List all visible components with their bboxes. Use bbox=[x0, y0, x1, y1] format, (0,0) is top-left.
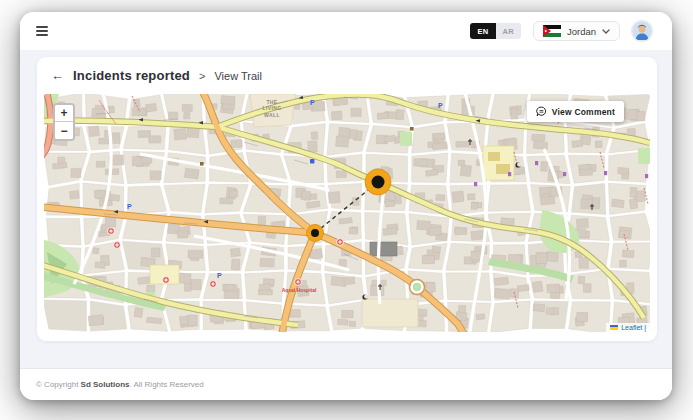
map[interactable]: PPPPP + − View Comment THE LIVI bbox=[44, 94, 650, 332]
page-header: ← Incidents reported > View Trail bbox=[37, 57, 657, 94]
top-bar: EN AR Jordan bbox=[20, 12, 672, 50]
avatar-image bbox=[632, 21, 652, 41]
back-button[interactable]: ← bbox=[51, 69, 64, 82]
page-title: Incidents reported bbox=[73, 68, 190, 83]
copyright-text: © Copyright Sd Solutions. All Rights Res… bbox=[36, 380, 204, 389]
shop-icon bbox=[604, 171, 607, 175]
footer: © Copyright Sd Solutions. All Rights Res… bbox=[20, 368, 672, 400]
historic-icon bbox=[410, 127, 414, 131]
view-comment-button[interactable]: View Comment bbox=[527, 101, 624, 122]
incidents-card: ← Incidents reported > View Trail bbox=[37, 57, 657, 341]
lang-en-button[interactable]: EN bbox=[470, 23, 495, 39]
shop-icon bbox=[535, 161, 538, 165]
hospital-icon bbox=[210, 281, 217, 288]
brand-name: Sd Solutions bbox=[81, 380, 130, 389]
parking-icon: P bbox=[127, 203, 132, 210]
lang-ar-button[interactable]: AR bbox=[496, 23, 521, 39]
shop-icon bbox=[563, 172, 566, 176]
menu-icon[interactable] bbox=[36, 24, 50, 38]
country-label: Jordan bbox=[567, 26, 596, 37]
map-zoom-control: + − bbox=[53, 103, 75, 141]
zoom-in-button[interactable]: + bbox=[55, 105, 73, 122]
shop-icon bbox=[508, 172, 511, 176]
hospital-icon bbox=[295, 279, 302, 286]
language-toggle: EN AR bbox=[470, 23, 520, 39]
hospital-icon bbox=[108, 228, 115, 235]
transit-icon bbox=[310, 159, 314, 163]
shop-icon bbox=[474, 182, 477, 186]
breadcrumb-separator: > bbox=[199, 70, 205, 82]
map-attribution: Leaflet | bbox=[606, 323, 650, 332]
view-comment-label: View Comment bbox=[552, 107, 615, 117]
content-area: ← Incidents reported > View Trail bbox=[20, 50, 672, 368]
parking-icon: P bbox=[438, 102, 443, 109]
map-canvas: PPPPP bbox=[44, 94, 650, 332]
ukraine-flag-icon bbox=[610, 325, 618, 331]
zoom-out-button[interactable]: − bbox=[55, 122, 73, 139]
hospital-icon bbox=[337, 239, 344, 246]
shop-icon bbox=[645, 174, 648, 178]
avatar[interactable] bbox=[632, 21, 652, 41]
country-dropdown[interactable]: Jordan bbox=[533, 21, 620, 41]
historic-icon bbox=[200, 162, 204, 166]
trail-marker-large[interactable] bbox=[365, 169, 391, 195]
jordan-flag-icon bbox=[543, 25, 561, 37]
breadcrumb-current: View Trail bbox=[214, 70, 261, 82]
leaflet-attribution-link[interactable]: Leaflet | bbox=[621, 324, 646, 331]
comment-icon bbox=[536, 106, 547, 117]
trail-marker-small[interactable] bbox=[307, 225, 324, 242]
parking-icon: P bbox=[217, 272, 222, 279]
app-window: EN AR Jordan bbox=[20, 12, 672, 400]
hospital-icon bbox=[114, 242, 121, 249]
chevron-down-icon bbox=[602, 29, 610, 34]
parking-icon: P bbox=[310, 99, 315, 106]
hospital-icon bbox=[163, 277, 170, 284]
